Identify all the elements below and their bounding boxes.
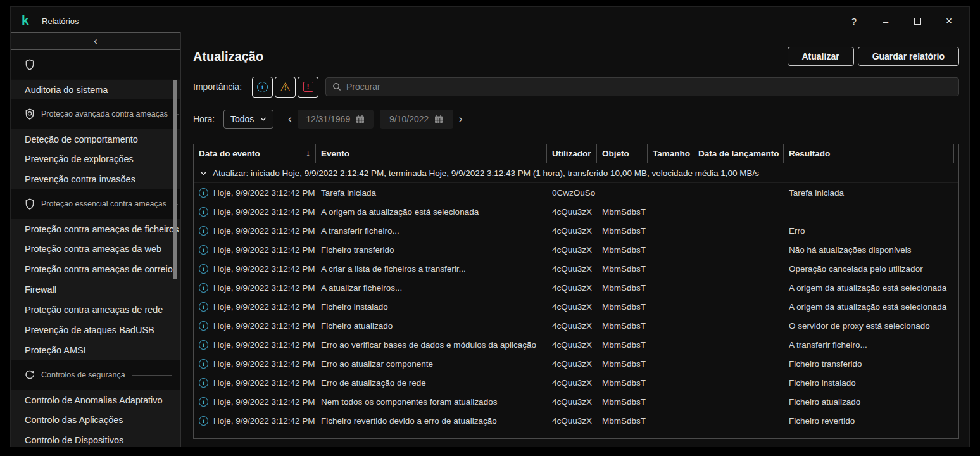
event-date: Hoje, 9/9/2022 3:12:42 PM: [213, 188, 315, 198]
release-date-cell: [693, 316, 784, 335]
next-period-button[interactable]: ›: [459, 113, 463, 125]
date-from-field[interactable]: 12/31/1969: [298, 110, 374, 129]
object-cell: MbmSdbsT: [597, 316, 648, 335]
sidebar-item[interactable]: Prevenção contra invasões: [11, 169, 180, 189]
result-cell: [784, 202, 954, 221]
size-cell: [648, 297, 693, 316]
sidebar-section-0: [11, 50, 180, 79]
table-row[interactable]: iHoje, 9/9/2022 3:12:42 PMA origem da at…: [194, 202, 958, 221]
event-cell: A origem da atualização está selecionada: [316, 202, 547, 221]
column-header-4[interactable]: Tamanho: [648, 144, 693, 163]
sidebar-item[interactable]: Deteção de comportamento: [11, 129, 180, 149]
table-row[interactable]: iHoje, 9/9/2022 3:12:42 PMA atualizar fi…: [194, 278, 958, 297]
sidebar-item[interactable]: Proteção AMSI: [11, 340, 180, 360]
event-cell: Nem todos os componentes foram atualizad…: [316, 392, 547, 411]
row-spacer: [954, 240, 959, 259]
column-header-5[interactable]: Data de lançamento: [693, 144, 784, 163]
section-divider: [132, 375, 172, 376]
severity-warning-toggle[interactable]: ⚠: [275, 77, 296, 98]
shield-refresh-icon: [25, 369, 35, 381]
column-header-2[interactable]: Utilizador: [547, 144, 597, 163]
event-date-cell: iHoje, 9/9/2022 3:12:42 PM: [194, 297, 316, 316]
info-icon: i: [199, 188, 208, 198]
table-row[interactable]: iHoje, 9/9/2022 3:12:42 PMNem todos os c…: [194, 392, 958, 411]
result-cell: A origem da atualização está selecionada: [784, 278, 954, 297]
maximize-button[interactable]: [912, 16, 922, 27]
event-cell: Ficheiro transferido: [316, 240, 547, 259]
row-spacer: [954, 411, 959, 430]
info-icon: i: [199, 397, 208, 407]
prev-period-button[interactable]: ‹: [288, 113, 292, 125]
event-cell: Erro ao atualizar componente: [316, 354, 547, 373]
event-date: Hoje, 9/9/2022 3:12:42 PM: [213, 283, 315, 293]
importance-filter-row: Importância: i ⚠ !: [193, 76, 959, 98]
table-row[interactable]: iHoje, 9/9/2022 3:12:42 PMFicheiro rever…: [194, 411, 958, 430]
row-spacer: [954, 297, 959, 316]
table-row[interactable]: iHoje, 9/9/2022 3:12:42 PMErro ao verifi…: [194, 335, 958, 354]
sidebar-item[interactable]: Auditoria do sistema: [11, 79, 180, 99]
save-report-button[interactable]: Guardar relatório: [858, 47, 959, 66]
result-cell: Não há atualizações disponíveis: [784, 240, 954, 259]
result-cell: A transferir ficheiro...: [784, 335, 954, 354]
result-cell: Operação cancelada pelo utilizador: [784, 259, 954, 278]
release-date-cell: [693, 183, 784, 202]
table-row[interactable]: iHoje, 9/9/2022 3:12:42 PMFicheiro atual…: [194, 316, 958, 335]
table-row[interactable]: iHoje, 9/9/2022 3:12:42 PMErro ao atuali…: [194, 354, 958, 373]
search-input[interactable]: [346, 82, 952, 92]
severity-info-toggle[interactable]: i: [252, 77, 273, 98]
chevron-down-icon: [200, 171, 207, 175]
time-filter-row: Hora: Todos ‹ 12/31/1969 9/10/2022: [193, 110, 959, 129]
event-date: Hoje, 9/9/2022 3:12:42 PM: [213, 321, 315, 331]
event-date-cell: iHoje, 9/9/2022 3:12:42 PM: [194, 259, 316, 278]
close-button[interactable]: ×: [944, 15, 954, 28]
info-icon: i: [199, 264, 208, 274]
window-controls: ? – ×: [849, 15, 954, 28]
row-spacer: [954, 354, 959, 373]
table-row[interactable]: iHoje, 9/9/2022 3:12:42 PMFicheiro insta…: [194, 297, 958, 316]
sidebar-item[interactable]: Proteção contra ameaças da web: [11, 239, 180, 259]
sidebar-item[interactable]: Controlo de Anomalias Adaptativo: [11, 390, 180, 410]
info-icon: i: [199, 416, 208, 426]
sidebar-item[interactable]: Controlo de Dispositivos: [11, 430, 180, 446]
column-header-spacer: [954, 144, 959, 163]
table-row[interactable]: iHoje, 9/9/2022 3:12:42 PMErro de atuali…: [194, 373, 958, 392]
event-date-cell: iHoje, 9/9/2022 3:12:42 PM: [194, 373, 316, 392]
severity-error-toggle[interactable]: !: [298, 77, 318, 98]
search-field[interactable]: [325, 77, 959, 96]
sidebar-scrollbar-thumb[interactable]: [173, 80, 177, 279]
refresh-button[interactable]: Atualizar: [788, 47, 854, 66]
help-button[interactable]: ?: [849, 16, 859, 27]
minimize-button[interactable]: –: [881, 16, 891, 27]
sidebar-collapse-button[interactable]: ‹: [11, 32, 180, 50]
event-cell: A atualizar ficheiros...: [316, 278, 547, 297]
result-cell: Ficheiro revertido: [784, 411, 954, 430]
sidebar-item[interactable]: Prevenção de explorações: [11, 149, 180, 169]
update-group-row[interactable]: Atualizar: iniciado Hoje, 9/9/2022 2:12:…: [194, 163, 958, 183]
sidebar-item[interactable]: Controlo das Aplicações: [11, 410, 180, 430]
table-row[interactable]: iHoje, 9/9/2022 3:12:42 PMA transferir f…: [194, 221, 958, 240]
sidebar-item[interactable]: Proteção contra ameaças de correio: [11, 259, 180, 279]
sidebar-item[interactable]: Prevenção de ataques BadUSB: [11, 320, 180, 340]
size-cell: [648, 392, 693, 411]
sidebar-item[interactable]: Proteção contra ameaças de rede: [11, 300, 180, 320]
result-cell: Tarefa iniciada: [784, 183, 954, 202]
column-header-1[interactable]: Evento: [316, 144, 547, 163]
object-cell: [597, 183, 648, 202]
column-header-0[interactable]: Data do evento↓: [194, 144, 316, 163]
sidebar-item[interactable]: Firewall: [11, 279, 180, 300]
time-label: Hora:: [193, 114, 223, 124]
release-date-cell: [693, 335, 784, 354]
column-header-3[interactable]: Objeto: [597, 144, 648, 163]
table-row[interactable]: iHoje, 9/9/2022 3:12:42 PMTarefa iniciad…: [194, 183, 958, 202]
table-row[interactable]: iHoje, 9/9/2022 3:12:42 PMA criar a list…: [194, 259, 958, 278]
date-to-field[interactable]: 9/10/2022: [380, 110, 453, 129]
size-cell: [648, 335, 693, 354]
event-date: Hoje, 9/9/2022 3:12:42 PM: [213, 302, 315, 312]
shield-target-icon: [25, 108, 35, 120]
column-header-6[interactable]: Resultado: [784, 144, 954, 163]
time-range-select[interactable]: Todos: [223, 110, 273, 129]
page-title: Atualização: [193, 49, 263, 64]
sidebar-item[interactable]: Proteção contra ameaças de ficheiros: [11, 218, 180, 239]
table-row[interactable]: iHoje, 9/9/2022 3:12:42 PMFicheiro trans…: [194, 240, 958, 259]
object-cell: MbmSdbsT: [597, 392, 648, 411]
